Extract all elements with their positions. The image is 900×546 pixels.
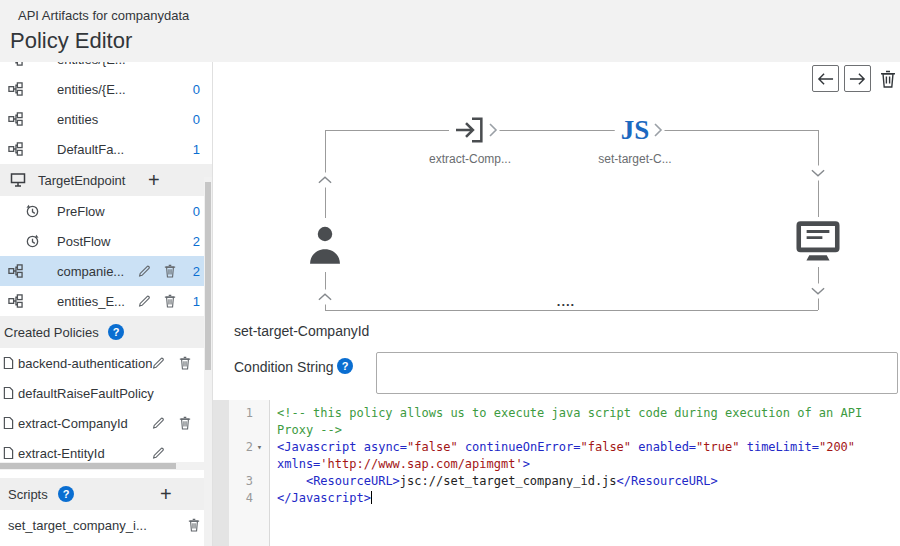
sidebar-horizontal-scrollbar[interactable] (0, 462, 205, 470)
chevron-down-icon (811, 284, 826, 299)
sidebar-item-clipped[interactable] (0, 540, 212, 546)
condition-string-input[interactable] (376, 352, 898, 394)
code-token-string: "true" (696, 440, 739, 454)
edit-icon[interactable] (138, 295, 151, 308)
edit-icon[interactable] (152, 417, 165, 430)
code-token-tag: > (523, 457, 530, 471)
help-icon[interactable]: ? (337, 358, 353, 374)
section-header-created-policies: Created Policies ? (0, 316, 212, 348)
sidebar-item-label: PreFlow (57, 204, 105, 219)
delete-icon[interactable] (164, 264, 176, 278)
flow-canvas[interactable]: JS extract-Comp... set-target-C... .... (213, 62, 900, 318)
code-token-plain (739, 440, 746, 454)
step-chevron-icon (652, 120, 665, 140)
chevron-down-icon (811, 166, 826, 181)
nav-forward-button[interactable] (844, 65, 871, 92)
scrollbar-thumb[interactable] (205, 182, 211, 370)
delete-icon[interactable] (179, 416, 191, 430)
code-token-string: "200" (819, 440, 855, 454)
policy-doc-icon (3, 387, 14, 400)
flow-count-badge: 1 (193, 294, 200, 309)
code-token-attr: async= (364, 440, 407, 454)
code-token-attr: enabled= (638, 440, 696, 454)
sidebar-item-postflow[interactable]: PostFlow 2 (0, 226, 212, 256)
sidebar: entities/{E... entities/{E... 0 entities… (0, 62, 213, 546)
sidebar-item-label: DefaultFa... (57, 142, 124, 157)
sidebar-item-entities[interactable]: entities 0 (0, 104, 212, 134)
flow-count-badge: 0 (193, 112, 200, 127)
target-computer-icon (794, 217, 842, 267)
flow-step-label: set-target-C... (598, 152, 671, 166)
code-line: 3 <ResourceURL>jsc://set_target_company_… (213, 473, 900, 490)
code-token-tag: </ResourceURL> (617, 474, 718, 488)
flow-count-badge: 0 (193, 82, 200, 97)
sidebar-item-label: extract-EntityId (18, 446, 105, 461)
postflow-clock-icon (25, 234, 40, 249)
flow-count-badge: 1 (193, 142, 200, 157)
delete-icon[interactable] (188, 518, 200, 532)
code-line-number: 3 (213, 473, 270, 490)
sidebar-item-label: entities_E... (57, 294, 125, 309)
text-caret (371, 491, 372, 504)
delete-icon[interactable] (164, 294, 176, 308)
code-line-content[interactable]: <ResourceURL>jsc://set_target_company_id… (270, 473, 893, 490)
add-script-button[interactable]: + (160, 484, 172, 504)
delete-policy-button[interactable] (876, 65, 900, 92)
response-flow-line (325, 310, 818, 311)
sidebar-item-backend-authentication[interactable]: backend-authentication (0, 348, 212, 378)
code-token-attr: continueOnError= (465, 440, 581, 454)
code-token-plain (277, 474, 306, 488)
code-editor[interactable]: 1 <!-- this policy allows us to execute … (213, 400, 900, 546)
sidebar-item-preflow[interactable]: PreFlow 0 (0, 196, 212, 226)
process-flow-icon (8, 82, 23, 97)
edit-icon[interactable] (138, 265, 151, 278)
sidebar-item-defaultfault[interactable]: DefaultFa... 1 (0, 134, 212, 164)
code-token-string: 'http://www.sap.com/apimgmt' (320, 457, 522, 471)
sidebar-item-entities-brace-1[interactable]: entities/{E... (0, 62, 212, 74)
flow-step-extract-company[interactable] (449, 112, 491, 148)
add-flow-button[interactable]: + (148, 170, 160, 190)
help-icon[interactable]: ? (58, 486, 74, 502)
flow-step-set-target-js[interactable]: JS (615, 117, 656, 144)
sidebar-item-extract-companyid[interactable]: extract-CompanyId (0, 408, 212, 438)
sidebar-item-label: extract-CompanyId (18, 416, 128, 431)
collapsed-flow-dots[interactable]: .... (557, 294, 575, 309)
code-token-attr: timeLimit= (747, 440, 819, 454)
scrollbar-thumb[interactable] (0, 463, 176, 469)
code-line-content[interactable]: </Javascript> (270, 490, 893, 507)
condition-string-label: Condition String (234, 359, 334, 375)
canvas-toolbar (812, 65, 900, 92)
sidebar-item-label: defaultRaiseFaultPolicy (18, 386, 154, 401)
code-line-content[interactable]: <Javascript async="false" continueOnErro… (270, 439, 893, 473)
sidebar-item-set-target-company-script[interactable]: set_target_company_i... (0, 510, 212, 540)
sidebar-item-defaultraisefaultpolicy[interactable]: defaultRaiseFaultPolicy (0, 378, 212, 408)
sidebar-item-companies-selected[interactable]: companie... 2 (0, 256, 212, 286)
flow-count-badge: 2 (193, 234, 200, 249)
section-header-scripts: Scripts ? + (0, 478, 212, 510)
sidebar-item-label: companie... (57, 264, 124, 279)
code-token-string: "false" (407, 440, 458, 454)
nav-back-button[interactable] (812, 65, 839, 92)
chevron-up-icon (318, 290, 333, 305)
edit-icon[interactable] (152, 447, 165, 460)
delete-icon[interactable] (179, 356, 191, 370)
edit-icon[interactable] (152, 357, 165, 370)
fold-toggle-icon[interactable]: ▾ (253, 439, 266, 456)
js-badge: JS (621, 117, 650, 144)
page-header: API Artifacts for companydata Policy Edi… (0, 0, 900, 62)
policy-doc-icon (3, 417, 14, 430)
sidebar-item-entities-e[interactable]: entities_E... 1 (0, 286, 212, 316)
help-icon[interactable]: ? (108, 324, 124, 340)
section-header-target-endpoint[interactable]: TargetEndpoint + (0, 164, 212, 196)
sidebar-item-label: entities/{E... (57, 82, 126, 97)
main-panel: JS extract-Comp... set-target-C... .... … (213, 62, 900, 546)
code-token-comment: <!-- this policy allows us to execute ja… (277, 406, 869, 437)
sidebar-item-entities-brace-2[interactable]: entities/{E... 0 (0, 74, 212, 104)
sidebar-vertical-scrollbar[interactable] (204, 177, 212, 546)
code-line: 1 <!-- this policy allows us to execute … (213, 405, 900, 439)
code-line-content[interactable]: <!-- this policy allows us to execute ja… (270, 405, 893, 439)
breadcrumb[interactable]: API Artifacts for companydata (18, 8, 189, 23)
code-token-tag: </Javascript> (277, 491, 371, 505)
section-title: Scripts (8, 487, 48, 502)
flow-count-badge: 2 (193, 264, 200, 279)
